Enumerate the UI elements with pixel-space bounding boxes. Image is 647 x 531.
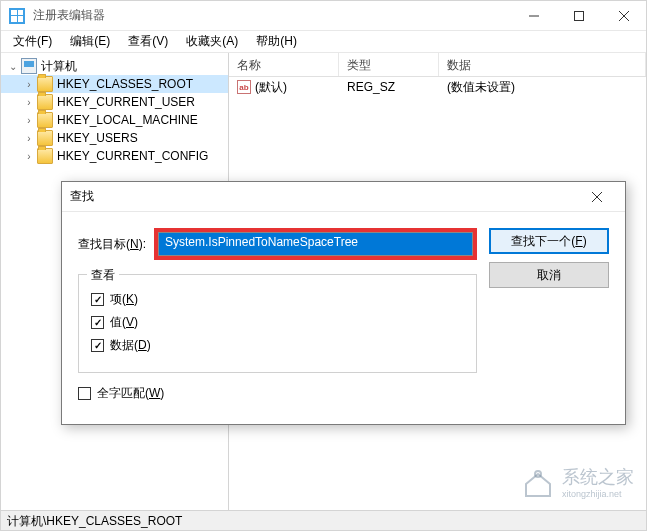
checkbox-label: 项(K) [110, 291, 138, 308]
checkbox-label: 数据(D) [110, 337, 151, 354]
minimize-icon [529, 11, 539, 21]
menu-help[interactable]: 帮助(H) [248, 31, 305, 52]
checkbox-keys[interactable]: 项(K) [91, 291, 464, 308]
list-header: 名称 类型 数据 [229, 53, 646, 77]
folder-icon [37, 148, 53, 164]
folder-icon [37, 94, 53, 110]
dialog-titlebar[interactable]: 查找 [62, 182, 625, 212]
tree-item-label: HKEY_CURRENT_CONFIG [57, 149, 208, 163]
col-type[interactable]: 类型 [339, 53, 439, 76]
search-row: 查找目标(N): System.IsPinnedToNameSpaceTree [78, 228, 477, 260]
col-name[interactable]: 名称 [229, 53, 339, 76]
dialog-title: 查找 [70, 188, 94, 205]
tree-item-hkcc[interactable]: › HKEY_CURRENT_CONFIG [1, 147, 228, 165]
string-value-icon: ab [237, 80, 251, 94]
dialog-close-button[interactable] [577, 183, 617, 211]
checkbox-icon[interactable] [78, 387, 91, 400]
svg-rect-1 [574, 11, 583, 20]
minimize-button[interactable] [511, 1, 556, 31]
tree-item-hkcr[interactable]: › HKEY_CLASSES_ROOT [1, 75, 228, 93]
checkbox-icon[interactable] [91, 339, 104, 352]
fieldset-legend: 查看 [87, 267, 119, 284]
dialog-left: 查找目标(N): System.IsPinnedToNameSpaceTree … [78, 228, 477, 408]
folder-icon [37, 76, 53, 92]
find-next-button[interactable]: 查找下一个(F) [489, 228, 609, 254]
tree-root-label: 计算机 [41, 58, 77, 75]
cell-name: ab (默认) [229, 77, 339, 98]
find-dialog: 查找 查找目标(N): System.IsPinnedToNameSpaceTr… [61, 181, 626, 425]
checkbox-label: 值(V) [110, 314, 138, 331]
expander-icon[interactable]: › [21, 97, 37, 108]
search-label: 查找目标(N): [78, 236, 146, 253]
search-input[interactable]: System.IsPinnedToNameSpaceTree [158, 232, 473, 256]
maximize-icon [574, 11, 584, 21]
expander-icon[interactable]: ⌄ [5, 61, 21, 72]
window-titlebar: 注册表编辑器 [1, 1, 646, 31]
statusbar: 计算机\HKEY_CLASSES_ROOT [1, 510, 646, 530]
window-controls [511, 1, 646, 31]
close-icon [592, 192, 602, 202]
tree-item-hklm[interactable]: › HKEY_LOCAL_MACHINE [1, 111, 228, 129]
checkbox-icon[interactable] [91, 316, 104, 329]
cell-data: (数值未设置) [439, 77, 646, 98]
window-title: 注册表编辑器 [33, 7, 105, 24]
tree-item-label: HKEY_LOCAL_MACHINE [57, 113, 198, 127]
menu-view[interactable]: 查看(V) [120, 31, 176, 52]
expander-icon[interactable]: › [21, 133, 37, 144]
close-button[interactable] [601, 1, 646, 31]
folder-icon [37, 130, 53, 146]
tree-item-hku[interactable]: › HKEY_USERS [1, 129, 228, 147]
cell-type: REG_SZ [339, 78, 439, 96]
menu-edit[interactable]: 编辑(E) [62, 31, 118, 52]
tree-item-label: HKEY_CLASSES_ROOT [57, 77, 193, 91]
tree-root[interactable]: ⌄ 计算机 [1, 57, 228, 75]
close-icon [619, 11, 629, 21]
checkbox-data[interactable]: 数据(D) [91, 337, 464, 354]
col-data[interactable]: 数据 [439, 53, 646, 76]
app-icon [9, 8, 25, 24]
expander-icon[interactable]: › [21, 79, 37, 90]
dialog-buttons: 查找下一个(F) 取消 [489, 228, 609, 408]
tree-item-label: HKEY_CURRENT_USER [57, 95, 195, 109]
expander-icon[interactable]: › [21, 115, 37, 126]
checkbox-icon[interactable] [91, 293, 104, 306]
search-input-value: System.IsPinnedToNameSpaceTree [163, 234, 360, 250]
checkbox-label: 全字匹配(W) [97, 385, 164, 402]
tree-item-label: HKEY_USERS [57, 131, 138, 145]
menubar: 文件(F) 编辑(E) 查看(V) 收藏夹(A) 帮助(H) [1, 31, 646, 53]
tree-item-hkcu[interactable]: › HKEY_CURRENT_USER [1, 93, 228, 111]
maximize-button[interactable] [556, 1, 601, 31]
expander-icon[interactable]: › [21, 151, 37, 162]
menu-file[interactable]: 文件(F) [5, 31, 60, 52]
dialog-body: 查找目标(N): System.IsPinnedToNameSpaceTree … [62, 212, 625, 424]
computer-icon [21, 58, 37, 74]
list-row[interactable]: ab (默认) REG_SZ (数值未设置) [229, 77, 646, 97]
cancel-button[interactable]: 取消 [489, 262, 609, 288]
checkbox-values[interactable]: 值(V) [91, 314, 464, 331]
menu-favorites[interactable]: 收藏夹(A) [178, 31, 246, 52]
folder-icon [37, 112, 53, 128]
lookat-fieldset: 查看 项(K) 值(V) 数据(D) [78, 274, 477, 373]
search-input-highlight: System.IsPinnedToNameSpaceTree [154, 228, 477, 260]
checkbox-whole-word[interactable]: 全字匹配(W) [78, 385, 477, 402]
